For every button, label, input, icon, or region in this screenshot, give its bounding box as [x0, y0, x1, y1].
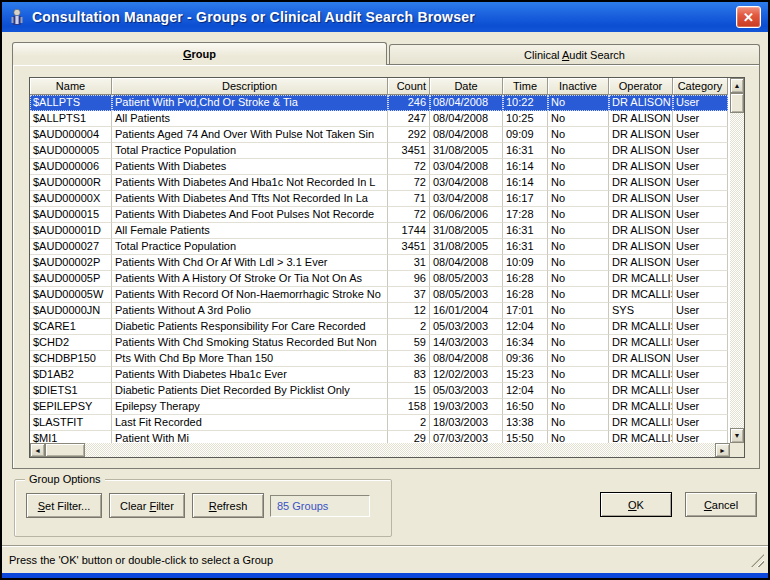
set-filter-label: Set Filter... [38, 500, 91, 512]
cell-time: 13:38 [503, 415, 548, 431]
table-row[interactable]: $AUD000004Patients Aged 74 And Over With… [30, 127, 728, 143]
table-row[interactable]: $AUD000006Patients With Diabetes7203/04/… [30, 159, 728, 175]
cell-count: 72 [388, 159, 430, 175]
cell-date: 06/06/2006 [430, 207, 503, 223]
table-row[interactable]: $ALLPTSPatient With Pvd,Chd Or Stroke & … [30, 95, 728, 111]
table-row[interactable]: $LASTFITLast Fit Recorded218/03/200313:3… [30, 415, 728, 431]
table-row[interactable]: $AUD00005PPatients With A History Of Str… [30, 271, 728, 287]
cell-count: 71 [388, 191, 430, 207]
table-row[interactable]: $AUD0000JNPatients Without A 3rd Polio12… [30, 303, 728, 319]
groups-table: NameDescriptionCountDateTimeInactiveOper… [29, 77, 745, 458]
table-row[interactable]: $D1AB2Patients With Diabetes Hba1c Ever8… [30, 367, 728, 383]
tab-clinical-audit-search[interactable]: Clinical Audit Search [389, 44, 760, 65]
table-row[interactable]: $AUD000027Total Practice Population34513… [30, 239, 728, 255]
cell-description: All Patients [112, 111, 388, 127]
cell-operator: DR ALISON [609, 159, 673, 175]
cell-name: $AUD000015 [30, 207, 112, 223]
cell-name: $AUD00000R [30, 175, 112, 191]
cell-time: 09:09 [503, 127, 548, 143]
cell-category: User [673, 415, 728, 431]
cell-category: User [673, 207, 728, 223]
table-row[interactable]: $AUD00002PPatients With Chd Or Af With L… [30, 255, 728, 271]
table-row[interactable]: $AUD00005WPatients With Record Of Non-Ha… [30, 287, 728, 303]
table-row[interactable]: $CHDBP150Pts With Chd Bp More Than 15036… [30, 351, 728, 367]
cell-count: 292 [388, 127, 430, 143]
table-row[interactable]: $AUD00001DAll Female Patients174431/08/2… [30, 223, 728, 239]
cell-time: 12:04 [503, 383, 548, 399]
horizontal-scrollbar-track[interactable] [45, 443, 715, 457]
vertical-scrollbar-track[interactable] [730, 93, 744, 428]
cell-name: $ALLPTS [30, 95, 112, 111]
table-row[interactable]: $AUD000015Patients With Diabetes And Foo… [30, 207, 728, 223]
cell-date: 19/03/2003 [430, 399, 503, 415]
table-row[interactable]: $AUD00000XPatients With Diabetes And Tft… [30, 191, 728, 207]
column-header-description[interactable]: Description [112, 78, 388, 95]
column-header-date[interactable]: Date [430, 78, 503, 95]
resize-grip-icon[interactable] [751, 554, 764, 567]
cell-inactive: No [548, 431, 609, 443]
cell-time: 16:31 [503, 239, 548, 255]
cell-inactive: No [548, 399, 609, 415]
cell-count: 59 [388, 335, 430, 351]
scroll-left-button[interactable]: ◄ [30, 443, 45, 457]
cancel-label: Cancel [704, 499, 738, 511]
close-button[interactable]: ✕ [736, 6, 761, 28]
table-row[interactable]: $AUD00000RPatients With Diabetes And Hba… [30, 175, 728, 191]
cell-date: 31/08/2005 [430, 143, 503, 159]
ok-button[interactable]: OK [600, 492, 672, 517]
scroll-up-button[interactable]: ▲ [730, 78, 744, 93]
cell-description: Patients With Diabetes And Tfts Not Reco… [112, 191, 388, 207]
cell-category: User [673, 191, 728, 207]
table-row[interactable]: $CARE1Diabetic Patients Responsibility F… [30, 319, 728, 335]
title-bar[interactable]: Consultation Manager - Groups or Clinica… [2, 2, 768, 32]
refresh-button[interactable]: Refresh [192, 493, 264, 518]
cell-count: 83 [388, 367, 430, 383]
table-row[interactable]: $CHD2Patients With Chd Smoking Status Re… [30, 335, 728, 351]
scroll-right-button[interactable]: ► [715, 443, 730, 457]
cell-date: 08/04/2008 [430, 95, 503, 111]
cell-description: Patient With Mi [112, 431, 388, 443]
cell-category: User [673, 223, 728, 239]
column-header-time[interactable]: Time [503, 78, 548, 95]
cell-count: 29 [388, 431, 430, 443]
clear-filter-button[interactable]: Clear Filter [109, 493, 185, 518]
column-header-operator[interactable]: Operator [609, 78, 673, 95]
table-row[interactable]: $AUD000005Total Practice Population34513… [30, 143, 728, 159]
column-header-inactive[interactable]: Inactive [548, 78, 609, 95]
cell-count: 2 [388, 319, 430, 335]
cancel-button[interactable]: Cancel [685, 492, 757, 517]
cell-inactive: No [548, 255, 609, 271]
cell-count: 72 [388, 175, 430, 191]
scroll-down-button[interactable]: ▼ [730, 428, 744, 443]
set-filter-button[interactable]: Set Filter... [26, 493, 102, 518]
cell-count: 37 [388, 287, 430, 303]
cell-name: $EPILEPSY [30, 399, 112, 415]
tab-group[interactable]: Group [12, 42, 387, 65]
table-header: NameDescriptionCountDateTimeInactiveOper… [30, 78, 728, 95]
table-row[interactable]: $MI1Patient With Mi2907/03/200315:50NoDR… [30, 431, 728, 443]
cell-description: Patients Aged 74 And Over With Pulse Not… [112, 127, 388, 143]
cell-name: $D1AB2 [30, 367, 112, 383]
cell-description: Patients With Record Of Non-Haemorrhagic… [112, 287, 388, 303]
table-row[interactable]: $ALLPTS1All Patients24708/04/200810:25No… [30, 111, 728, 127]
column-header-name[interactable]: Name [30, 78, 112, 95]
table-row[interactable]: $EPILEPSYEpilepsy Therapy15819/03/200316… [30, 399, 728, 415]
cell-date: 03/04/2008 [430, 159, 503, 175]
cell-date: 08/04/2008 [430, 111, 503, 127]
cell-category: User [673, 111, 728, 127]
cell-name: $AUD00001D [30, 223, 112, 239]
table-row[interactable]: $DIETS1Diabetic Patients Diet Recorded B… [30, 383, 728, 399]
column-header-category[interactable]: Category [673, 78, 728, 95]
vertical-scrollbar-thumb[interactable] [730, 93, 744, 113]
cell-name: $LASTFIT [30, 415, 112, 431]
cell-date: 03/04/2008 [430, 191, 503, 207]
cell-time: 10:25 [503, 111, 548, 127]
cell-operator: DR MCALLIS [609, 271, 673, 287]
horizontal-scrollbar-thumb[interactable] [45, 443, 85, 457]
cell-count: 96 [388, 271, 430, 287]
cell-operator: DR MCALLIS [609, 383, 673, 399]
cell-date: 08/05/2003 [430, 271, 503, 287]
cell-time: 15:50 [503, 431, 548, 443]
cell-date: 05/03/2003 [430, 319, 503, 335]
column-header-count[interactable]: Count [388, 78, 430, 95]
